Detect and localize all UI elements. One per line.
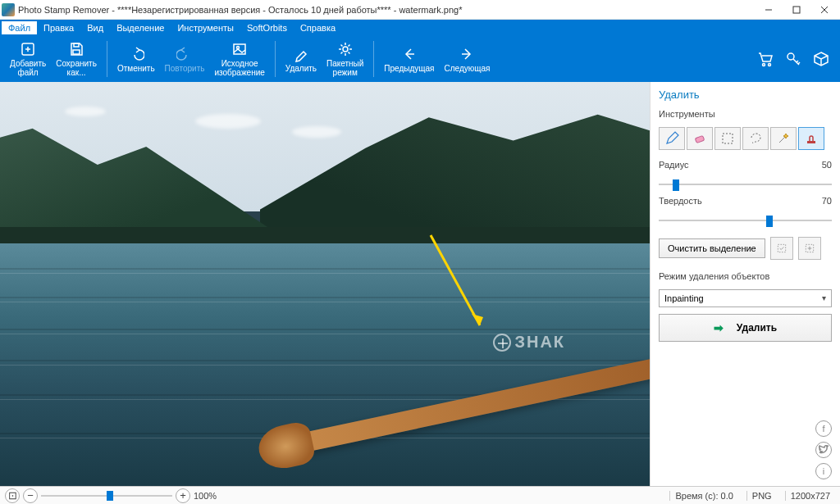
side-panel: Удалить Инструменты Радиус 50 Твердость …: [650, 82, 840, 486]
removal-mode-label: Режим удаления объектов: [659, 271, 832, 281]
radius-label: Радиус: [659, 160, 801, 170]
svg-marker-18: [472, 314, 483, 325]
gear-icon: [337, 41, 354, 57]
add-file-button[interactable]: Добавить файл: [5, 39, 51, 79]
previous-button[interactable]: Предыдущая: [379, 44, 439, 75]
stamp-tool[interactable]: [798, 127, 824, 150]
svg-rect-1: [793, 7, 800, 13]
apply-remove-button[interactable]: ➡ Удалить: [659, 314, 832, 342]
menu-selection[interactable]: Выделение: [110, 21, 171, 34]
status-dimensions: 1200x727: [785, 491, 835, 501]
tools-label: Инструменты: [659, 109, 832, 119]
ribbon-toolbar: Добавить файл Сохранить как... Отменить …: [0, 36, 840, 82]
svg-rect-19: [695, 135, 704, 143]
zoom-in-button[interactable]: +: [176, 488, 190, 503]
image-icon: [231, 41, 248, 57]
svg-rect-20: [723, 134, 733, 143]
status-bar: ⊡ − + 100% Время (с): 0.0 PNG 1200x727: [0, 486, 840, 504]
svg-rect-21: [807, 141, 815, 143]
redo-button[interactable]: Повторить: [160, 44, 210, 75]
radius-value: 50: [807, 160, 832, 170]
zoom-percent: 100%: [194, 491, 217, 501]
menu-help[interactable]: Справка: [294, 21, 342, 34]
arrow-right-icon: [459, 46, 475, 62]
lasso-tool[interactable]: [742, 127, 769, 150]
save-selection-button[interactable]: [770, 237, 793, 260]
menu-view[interactable]: Вид: [80, 21, 110, 34]
fit-zoom-button[interactable]: ⊡: [5, 488, 20, 503]
svg-rect-9: [234, 44, 245, 54]
menu-tools[interactable]: Инструменты: [171, 21, 240, 34]
facebook-icon[interactable]: f: [815, 420, 832, 437]
annotation-arrow: [422, 227, 496, 342]
zoom-out-button[interactable]: −: [23, 488, 38, 503]
cart-icon[interactable]: [756, 50, 774, 68]
svg-point-15: [769, 64, 771, 66]
batch-mode-button[interactable]: Пакетный режим: [322, 39, 368, 79]
load-selection-button[interactable]: [798, 237, 821, 260]
apply-arrow-icon: ➡: [714, 321, 724, 334]
save-icon: [68, 41, 84, 57]
brush-icon: [293, 46, 309, 62]
info-icon[interactable]: i: [815, 463, 832, 479]
remove-button[interactable]: Удалить: [281, 44, 322, 75]
svg-line-17: [431, 235, 480, 325]
removal-mode-dropdown[interactable]: Inpainting: [659, 289, 832, 307]
menu-softorbits[interactable]: SoftOrbits: [240, 21, 294, 34]
app-icon: [2, 3, 15, 16]
menu-edit[interactable]: Правка: [37, 21, 80, 34]
svg-rect-22: [778, 244, 785, 252]
svg-rect-8: [73, 50, 80, 54]
key-icon[interactable]: [784, 50, 802, 68]
package-icon[interactable]: [812, 50, 830, 68]
menu-file[interactable]: Файл: [2, 21, 37, 34]
hardness-slider[interactable]: [659, 216, 832, 225]
rect-select-tool[interactable]: [714, 127, 741, 150]
undo-button[interactable]: Отменить: [112, 44, 160, 75]
svg-point-14: [763, 64, 765, 66]
plus-icon: [20, 41, 36, 57]
radius-slider[interactable]: [659, 179, 832, 189]
hardness-value: 70: [807, 196, 832, 206]
panel-title: Удалить: [659, 89, 832, 101]
zoom-slider[interactable]: [41, 495, 172, 497]
window-title: Photo Stamp Remover - ****Незарегистриро…: [18, 5, 755, 15]
next-button[interactable]: Следующая: [440, 44, 495, 75]
arrow-left-icon: [401, 46, 418, 62]
svg-point-16: [788, 53, 794, 60]
twitter-icon[interactable]: [815, 442, 832, 458]
undo-icon: [128, 46, 144, 62]
title-bar: Photo Stamp Remover - ****Незарегистриро…: [0, 0, 840, 20]
maximize-button[interactable]: [783, 0, 810, 20]
save-as-button[interactable]: Сохранить как...: [51, 39, 102, 79]
status-time: Время (с): 0.0: [669, 491, 737, 501]
eraser-tool[interactable]: [687, 127, 713, 150]
image-canvas[interactable]: ЗНАК: [0, 82, 650, 486]
original-image-button[interactable]: Исходное изображение: [209, 39, 269, 79]
redo-icon: [176, 46, 193, 62]
hardness-label: Твердость: [659, 196, 801, 206]
close-button[interactable]: [810, 0, 838, 20]
svg-point-11: [343, 47, 348, 52]
work-area: ЗНАК Удалить Инструменты Радиус 50 Тверд…: [0, 82, 840, 486]
magic-wand-tool[interactable]: [770, 127, 797, 150]
watermark-overlay: ЗНАК: [493, 333, 565, 352]
status-format: PNG: [746, 491, 777, 501]
minimize-button[interactable]: [755, 0, 783, 20]
tool-palette: [659, 127, 832, 150]
clear-selection-button[interactable]: Очистить выделение: [659, 238, 765, 258]
svg-rect-7: [74, 43, 79, 47]
menu-bar: Файл Правка Вид Выделение Инструменты So…: [0, 20, 840, 36]
pencil-tool[interactable]: [659, 127, 685, 150]
